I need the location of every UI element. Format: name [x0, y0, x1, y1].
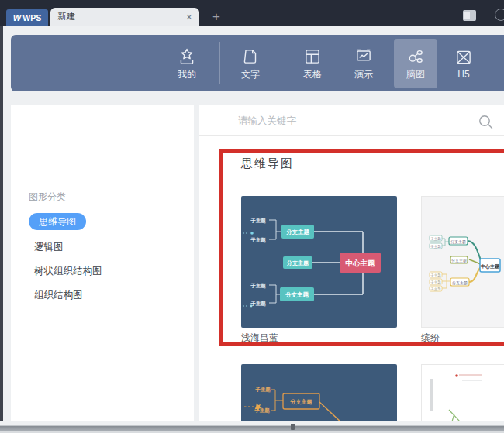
svg-text:子主题: 子主题	[250, 283, 266, 289]
mindmap-thumbnail: 子主题 子主题 分支主题	[241, 364, 397, 421]
svg-text:子主题: 子主题	[254, 387, 271, 393]
mindmap-thumbnail: 分支主题 分支主题 分支主题 中心主题 子主题 子主题 子主题 子主题	[241, 196, 397, 328]
template-card-binfen[interactable]: 分支主题 分支主题 分支主题 中心主题 子主题 子主题 子主题 子主题 子主题	[421, 196, 504, 328]
close-tab-icon[interactable]: ×	[186, 12, 192, 22]
window-left-edge	[0, 26, 3, 421]
template-gallery: 思维导图	[199, 105, 504, 421]
toolbar-label-presentation: 演示	[354, 68, 373, 81]
toolbar-label-mindmap: 脑图	[406, 68, 425, 81]
svg-text:中心主题: 中心主题	[346, 259, 376, 267]
taskbar-notch	[291, 424, 295, 430]
svg-text:子主题: 子主题	[250, 301, 266, 307]
svg-text:子主题: 子主题	[430, 273, 441, 277]
sidebar-item-logic-chart[interactable]: 逻辑图	[34, 241, 64, 254]
svg-text:子主题: 子主题	[430, 280, 441, 284]
wps-logo-icon: W	[13, 13, 20, 22]
svg-text:分支主题: 分支主题	[285, 229, 310, 235]
svg-text:分支主题: 分支主题	[451, 258, 467, 263]
search-input[interactable]	[238, 112, 440, 129]
table-icon	[302, 46, 323, 67]
search-icon[interactable]	[478, 114, 495, 131]
toolbar-divider	[219, 42, 220, 84]
search-underline	[199, 135, 504, 136]
highlight-rectangle: 思维导图	[219, 149, 504, 346]
svg-text:中心主题: 中心主题	[481, 263, 500, 270]
toolbar-label-mine: 我的	[178, 68, 196, 81]
sidebar-item-tree-org-chart[interactable]: 树状组织结构图	[34, 265, 102, 278]
template-name: 缤纷	[421, 332, 440, 345]
app-category-toolbar: 我的 文字 表格	[11, 35, 504, 91]
svg-text:分支主题: 分支主题	[450, 239, 466, 245]
new-tab-button[interactable]: +	[209, 10, 223, 24]
toolbar-item-spreadsheet[interactable]: 表格	[291, 39, 334, 88]
app-window: W WPS 新建 × + 我的	[0, 0, 504, 433]
svg-text:分支主题: 分支主题	[452, 280, 468, 286]
template-card-row2-right[interactable]	[421, 364, 504, 421]
svg-text:分支主题: 分支主题	[290, 398, 312, 405]
mindmap-thumbnail: 分支主题 分支主题 分支主题 中心主题 子主题 子主题 子主题 子主题 子主题	[422, 197, 504, 327]
wps-brand-label: WPS	[22, 13, 41, 22]
document-icon	[240, 46, 261, 67]
titlebar-separator	[482, 10, 482, 20]
svg-text:子主题: 子主题	[430, 237, 441, 241]
wps-home-button[interactable]: W WPS	[6, 9, 48, 26]
svg-text:子主题: 子主题	[250, 237, 266, 243]
sidebar-section-label: 图形分类	[29, 191, 66, 204]
star-tray-icon	[177, 46, 197, 67]
tab-title: 新建	[57, 11, 75, 22]
presentation-icon	[354, 46, 374, 67]
svg-text:分支主题: 分支主题	[286, 259, 309, 266]
tab-new-document[interactable]: 新建 ×	[50, 8, 199, 26]
sidebar-item-mindmap[interactable]: 思维导图	[29, 213, 86, 230]
svg-text:子主题: 子主题	[430, 287, 441, 291]
category-sidebar: 图形分类 思维导图 逻辑图 树状组织结构图 组织结构图	[11, 105, 194, 421]
sidebar-divider	[26, 177, 194, 177]
toolbar-label-h5: H5	[457, 69, 469, 80]
toolbar-label-spreadsheet: 表格	[303, 68, 322, 81]
h5-icon	[454, 47, 474, 67]
sidebar-item-org-chart[interactable]: 组织结构图	[34, 289, 83, 302]
toolbar-item-mine[interactable]: 我的	[165, 39, 209, 88]
section-title: 思维导图	[241, 156, 294, 171]
window-indicator-inner	[464, 12, 470, 19]
taskbar-strip	[0, 426, 504, 431]
mindmap-icon	[406, 46, 426, 67]
svg-text:子主题: 子主题	[430, 245, 441, 249]
template-name: 浅海昌蓝	[241, 332, 278, 345]
mindmap-thumbnail	[422, 365, 504, 421]
template-card-row2-left[interactable]: 子主题 子主题 分支主题	[241, 364, 397, 421]
toolbar-item-mindmap[interactable]: 脑图	[394, 39, 437, 88]
toolbar-item-writer[interactable]: 文字	[229, 39, 272, 88]
template-card-qianhaichanglan[interactable]: 分支主题 分支主题 分支主题 中心主题 子主题 子主题 子主题 子主题	[241, 196, 397, 328]
toolbar-item-h5[interactable]: H5	[442, 39, 485, 88]
toolbar-label-writer: 文字	[241, 68, 260, 81]
svg-text:子主题: 子主题	[250, 218, 266, 224]
account-avatar-icon[interactable]	[495, 9, 504, 21]
toolbar-item-presentation[interactable]: 演示	[342, 39, 385, 88]
svg-text:分支主题: 分支主题	[285, 291, 309, 298]
